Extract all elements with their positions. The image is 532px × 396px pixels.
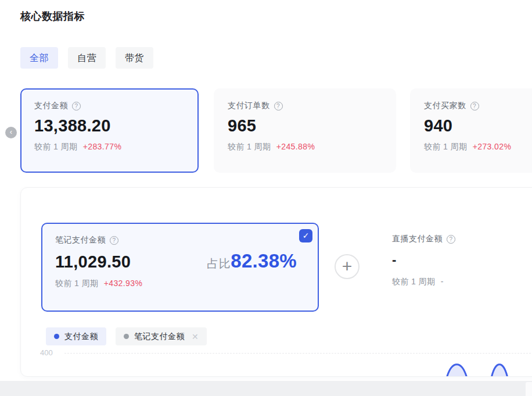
metric-label: 笔记支付金额 ? [55,235,305,245]
delta-value: +283.77% [83,142,122,151]
metric-label: 支付金额 ? [34,101,185,111]
delta-value: +432.93% [104,279,143,288]
delta-value: +273.02% [473,142,512,151]
metric-delta: 较前 1 周期 +245.88% [228,142,382,152]
share-label: 占比 [207,256,231,272]
page-bottom-strip [0,381,532,396]
legend-dot-blue [54,334,59,339]
share-group: 占比 82.38% [207,250,305,272]
legend-label: 笔记支付金额 [134,331,185,342]
metric-value: - [392,252,532,267]
metric-value: 11,029.50 [55,252,131,272]
chevron-left-icon: ‹ [10,127,12,136]
chart-legend: 支付金额 笔记支付金额 ✕ [46,327,207,345]
metric-label: 支付订单数 ? [228,101,382,111]
legend-close-icon[interactable]: ✕ [192,332,199,341]
compare-label: 较前 1 周期 [424,142,467,151]
chart-gridline [64,353,532,354]
metric-delta: 较前 1 周期 - [392,277,532,287]
help-icon[interactable]: ? [274,102,283,110]
scope-tabs: 全部 自营 带货 [20,47,153,69]
note-card-checkbox[interactable]: ✓ [299,229,312,242]
carousel-prev-button[interactable]: ‹ [5,127,17,138]
delta-value: +245.88% [276,142,315,151]
compare-label: 较前 1 周期 [228,142,271,151]
metric-label-text: 支付金额 [34,101,68,111]
compare-label: 较前 1 周期 [34,142,77,151]
help-icon[interactable]: ? [470,102,479,110]
compare-label: 较前 1 周期 [392,277,435,286]
metric-label-text: 支付订单数 [228,101,270,111]
metric-delta: 较前 1 周期 +283.77% [34,142,185,152]
legend-item-note-payment-amount[interactable]: 笔记支付金额 ✕ [116,327,207,345]
metric-card-row: 支付金额 ? 13,388.20 较前 1 周期 +283.77% 支付订单数 … [20,88,532,173]
metric-label: 支付买家数 ? [424,101,532,111]
tab-affiliate[interactable]: 带货 [116,47,153,69]
plus-icon: + [342,256,353,276]
metric-label-text: 直播支付金额 [392,234,443,244]
help-icon[interactable]: ? [447,235,455,244]
y-axis-tick-400: 400 [40,348,53,357]
metric-card-payment-amount[interactable]: 支付金额 ? 13,388.20 较前 1 周期 +283.77% [20,88,199,173]
share-value: 82.38% [231,250,297,272]
metric-label-text: 支付买家数 [424,101,466,111]
delta-value: - [441,277,444,286]
note-value-row: 11,029.50 占比 82.38% [55,250,305,272]
metric-value: 13,388.20 [34,116,185,135]
legend-label: 支付金额 [64,331,98,342]
chart-panel: ✓ 笔记支付金额 ? 11,029.50 占比 82.38% 较前 1 周期 +… [20,187,532,377]
check-icon: ✓ [303,231,310,240]
metric-delta: 较前 1 周期 +273.02% [424,142,532,152]
tab-self-operated[interactable]: 自营 [68,47,106,69]
legend-dot-gray [124,334,129,339]
sub-card-live-payment[interactable]: 直播支付金额 ? - 较前 1 周期 - [384,223,532,312]
metric-value: 965 [228,116,382,135]
metric-label-text: 笔记支付金额 [55,235,106,245]
bottom-right-widget-corner [526,382,532,396]
page-title: 核心数据指标 [20,9,85,23]
metric-card-payment-orders[interactable]: 支付订单数 ? 965 较前 1 周期 +245.88% [214,88,396,173]
legend-item-payment-amount[interactable]: 支付金额 [46,327,106,345]
sub-card-note-payment[interactable]: ✓ 笔记支付金额 ? 11,029.50 占比 82.38% 较前 1 周期 +… [41,223,319,312]
metric-delta: 较前 1 周期 +432.93% [55,279,305,289]
help-icon[interactable]: ? [72,102,81,110]
compare-label: 较前 1 周期 [55,279,98,288]
line-chart-curve [430,358,529,377]
help-icon[interactable]: ? [110,236,118,245]
metric-label: 直播支付金额 ? [392,234,532,244]
add-metric-button[interactable]: + [335,254,360,279]
metric-value: 940 [424,116,532,135]
tab-all[interactable]: 全部 [20,47,58,69]
metric-card-payment-buyers[interactable]: 支付买家数 ? 940 较前 1 周期 +273.02% [410,88,532,173]
